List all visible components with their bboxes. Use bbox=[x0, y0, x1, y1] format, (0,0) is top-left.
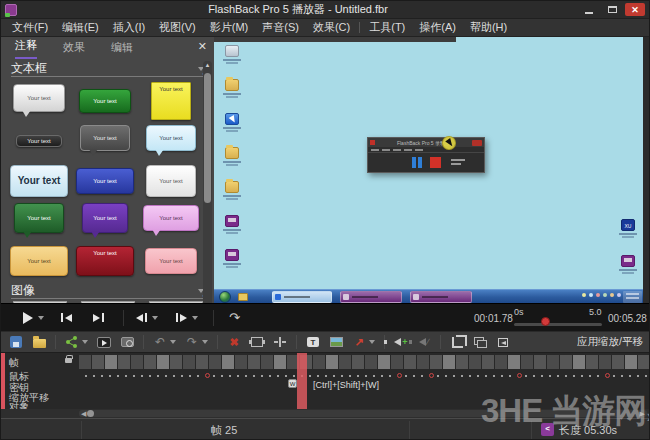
textbox-style-14[interactable]: Your text bbox=[76, 246, 134, 276]
frame-block[interactable] bbox=[495, 355, 507, 369]
textbox-style-3[interactable]: Your text bbox=[151, 82, 191, 120]
add-sound-button[interactable]: + bbox=[394, 335, 408, 349]
insert-file-button[interactable] bbox=[496, 335, 510, 349]
frame-block[interactable] bbox=[352, 355, 364, 369]
tab-效果[interactable]: 效果 bbox=[63, 40, 85, 59]
frame-block[interactable] bbox=[612, 355, 624, 369]
textbox-style-4[interactable]: Your text bbox=[16, 135, 62, 147]
menu-item-10[interactable]: 帮助(H) bbox=[463, 19, 514, 36]
open-button[interactable] bbox=[32, 335, 46, 349]
redo-button[interactable]: ↷ bbox=[185, 335, 199, 349]
frame-block[interactable] bbox=[417, 355, 429, 369]
menu-item-9[interactable]: 操作(A) bbox=[412, 19, 463, 36]
step-forward-button[interactable] bbox=[176, 313, 198, 322]
keypress-icon[interactable]: W bbox=[288, 379, 297, 388]
frame-block[interactable] bbox=[248, 355, 260, 369]
save-button[interactable] bbox=[9, 335, 23, 349]
frame-block[interactable] bbox=[144, 355, 156, 369]
scroll-up-icon[interactable]: ▲ bbox=[203, 62, 212, 68]
frame-block[interactable] bbox=[534, 355, 546, 369]
frame-block[interactable] bbox=[222, 355, 234, 369]
menu-item-7[interactable]: 效果(C) bbox=[306, 19, 357, 36]
frame-block[interactable] bbox=[261, 355, 273, 369]
frame-block[interactable] bbox=[599, 355, 611, 369]
trim-button[interactable] bbox=[273, 335, 287, 349]
frame-block[interactable] bbox=[625, 355, 637, 369]
menu-item-6[interactable]: 声音(S) bbox=[255, 19, 306, 36]
frame-block[interactable] bbox=[196, 355, 208, 369]
seek-slider[interactable] bbox=[514, 323, 602, 326]
frame-block[interactable] bbox=[313, 355, 325, 369]
scrollbar-thumb[interactable] bbox=[204, 73, 211, 203]
textbox-style-7[interactable]: Your text bbox=[10, 165, 68, 197]
frame-block[interactable] bbox=[560, 355, 572, 369]
frame-block[interactable] bbox=[131, 355, 143, 369]
frame-block[interactable] bbox=[430, 355, 442, 369]
frame-block[interactable] bbox=[638, 355, 650, 369]
menu-item-3[interactable]: 插入(I) bbox=[106, 19, 152, 36]
lock-icon[interactable] bbox=[65, 358, 72, 363]
frame-block[interactable] bbox=[105, 355, 117, 369]
frame-snapshot-button[interactable] bbox=[120, 335, 134, 349]
section-textbox-header[interactable]: 文本框 ▼ bbox=[11, 61, 204, 77]
tab-编辑[interactable]: 编辑 bbox=[111, 40, 133, 59]
maximize-button[interactable] bbox=[602, 3, 622, 16]
frame-block[interactable] bbox=[482, 355, 494, 369]
frame-block[interactable] bbox=[326, 355, 338, 369]
frame-block[interactable] bbox=[209, 355, 221, 369]
timeline[interactable]: 帧 鼠标 密钥 缩放平移 对象 W [Ctrl]+[Shift]+[W] bbox=[1, 353, 650, 409]
menu-item-4[interactable]: 视图(V) bbox=[152, 19, 203, 36]
textbox-style-9[interactable]: Your text bbox=[146, 165, 196, 197]
add-textbox-button[interactable]: T bbox=[306, 335, 320, 349]
redo-dropdown-icon[interactable] bbox=[202, 340, 208, 344]
frame-block[interactable] bbox=[170, 355, 182, 369]
frame-block[interactable] bbox=[521, 355, 533, 369]
textbox-style-11[interactable]: Your text bbox=[82, 203, 128, 233]
textbox-style-12[interactable]: Your text bbox=[143, 205, 199, 231]
frame-block[interactable] bbox=[508, 355, 520, 369]
arrow-dropdown-icon[interactable] bbox=[369, 340, 375, 344]
menu-item-1[interactable]: 文件(F) bbox=[5, 19, 55, 36]
tab-注释[interactable]: 注释 bbox=[15, 38, 37, 59]
play-button[interactable] bbox=[23, 312, 44, 324]
textbox-style-15[interactable]: Your text bbox=[145, 248, 197, 274]
frame-strip[interactable] bbox=[79, 355, 650, 369]
movie-preview[interactable]: XU FlashBack Pro 5 录制器 bbox=[214, 37, 643, 303]
scroll-left-icon[interactable]: ◀ bbox=[81, 410, 86, 418]
step-back-button[interactable] bbox=[136, 313, 158, 322]
add-image-button[interactable] bbox=[329, 335, 343, 349]
select-frames-button[interactable] bbox=[250, 335, 264, 349]
export-movie-button[interactable] bbox=[97, 335, 111, 349]
frame-block[interactable] bbox=[443, 355, 455, 369]
frame-block[interactable] bbox=[157, 355, 169, 369]
textbox-style-8[interactable]: Your text bbox=[76, 168, 134, 194]
frame-block[interactable] bbox=[339, 355, 351, 369]
playhead[interactable] bbox=[297, 353, 307, 409]
share-button[interactable] bbox=[65, 335, 79, 349]
textbox-style-6[interactable]: Your text bbox=[146, 125, 196, 151]
skip-to-end-button[interactable] bbox=[93, 313, 104, 322]
seek-slider-handle[interactable] bbox=[541, 317, 550, 326]
frame-block[interactable] bbox=[79, 355, 91, 369]
apply-zoom-pan-button[interactable]: 应用缩放/平移 bbox=[577, 335, 643, 349]
scroll-right-icon[interactable]: ▶ bbox=[640, 410, 645, 418]
crop-button[interactable] bbox=[450, 335, 464, 349]
sidebar-vertical-scrollbar[interactable]: ▲ ▼ bbox=[203, 61, 212, 325]
textbox-style-2[interactable]: Your text bbox=[79, 89, 131, 113]
mute-sound-button[interactable]: ∕ bbox=[417, 335, 431, 349]
frame-block[interactable] bbox=[586, 355, 598, 369]
frame-block[interactable] bbox=[547, 355, 559, 369]
section-image-header[interactable]: 图像 ▼ bbox=[11, 283, 204, 299]
loop-playback-button[interactable]: ↷ bbox=[229, 310, 240, 325]
timeline-scroll-thumb[interactable] bbox=[87, 410, 94, 417]
frame-block[interactable] bbox=[391, 355, 403, 369]
frame-block[interactable] bbox=[378, 355, 390, 369]
skip-to-start-button[interactable] bbox=[61, 313, 72, 322]
undo-dropdown-icon[interactable] bbox=[170, 340, 176, 344]
textbox-style-5[interactable]: Your text bbox=[80, 125, 130, 151]
textbox-style-1[interactable]: Your text bbox=[13, 84, 65, 112]
share-dropdown-icon[interactable] bbox=[82, 340, 88, 344]
timeline-scrollbar[interactable]: ◀ ▶ bbox=[1, 409, 650, 418]
add-arrow-button[interactable]: ↗ bbox=[352, 335, 366, 349]
textbox-style-10[interactable]: Your text bbox=[14, 203, 64, 233]
